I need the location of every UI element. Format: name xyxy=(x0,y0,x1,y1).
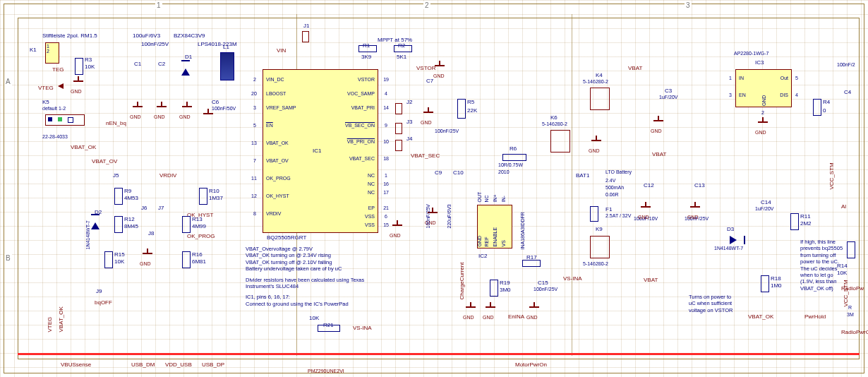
jumper-j1 xyxy=(302,31,309,42)
label-r17: R17 xyxy=(526,254,537,261)
ic1-pin-n14: 14 xyxy=(383,105,389,110)
label-j7: J7 xyxy=(158,205,164,211)
ic1-pin-vbat-pri: VBAT_PRI xyxy=(351,105,375,110)
label-k9p: 5-146280-2 xyxy=(583,261,608,266)
ic1-pin-n1: 1 xyxy=(385,173,387,178)
label-batr: 0.06R xyxy=(605,192,619,197)
label-k5p: 22-28-4033 xyxy=(42,134,68,139)
label-k6: K6 xyxy=(550,114,557,121)
label-c9: C9 xyxy=(435,169,442,176)
ic1-pin-n15: 15 xyxy=(383,222,389,227)
gnd-k4 xyxy=(591,140,601,147)
annot1-l2: VBAT_OK turning on @ 2.34V rising xyxy=(246,252,387,258)
annot1-l6: IC1, pins 6, 16, 17: xyxy=(246,294,387,300)
diode-d1 xyxy=(181,68,190,76)
net-vbat-ok-left: VBAT_OK xyxy=(71,144,96,150)
label-r21v: 10K xyxy=(309,315,319,321)
label-r9v: 4M53 xyxy=(124,195,138,201)
net-vcc-stm: VCC_STM xyxy=(828,162,835,189)
label-c14: C14 xyxy=(761,199,771,205)
conn-k4 xyxy=(590,88,610,110)
label-r2v: 5K1 xyxy=(397,54,406,60)
annot3-l5: The uC decides xyxy=(800,265,843,272)
gnd-ic3 xyxy=(758,121,768,128)
label-r4: R4 xyxy=(823,99,830,105)
ic3-in: IN xyxy=(739,76,744,80)
ic1-body: IC1 VIN_DC 2 LBOOST 20 VREF_SAMP 3 EN 5 … xyxy=(263,69,378,233)
label-batv: 2.4V xyxy=(605,178,615,183)
ic2-ref: REF xyxy=(484,237,489,247)
gndlbl-c15: GND xyxy=(526,315,538,320)
ic1-pin-vbat-sec: VBAT_SEC xyxy=(349,156,375,161)
label-j9: J9 xyxy=(96,288,102,294)
gnd-ic1 xyxy=(392,225,402,232)
gndlbl-c2: GND xyxy=(154,114,165,119)
label-f1v: 2.5AT / 32V xyxy=(605,213,631,218)
label-batc: 500mAh xyxy=(605,185,624,190)
ic1-pin-n13: 13 xyxy=(251,140,257,145)
net-charge: ChargeCurrent xyxy=(459,263,465,300)
label-c13: C13 xyxy=(694,182,705,188)
label-lps: LPS4018-223M xyxy=(198,41,237,47)
label-l1: L1 xyxy=(223,44,229,50)
net-vcc-stm2: VCC_STM xyxy=(843,280,849,306)
annot1-l1: VBAT_Overvoltage @ 2.79V xyxy=(246,246,387,252)
ic1-pin-ep: EP xyxy=(368,205,375,210)
label-r15v: 10K xyxy=(114,258,124,265)
annot-pwrhold: If high, this line prevents bq25505 from… xyxy=(800,239,843,292)
ic3-n5: 5 xyxy=(795,76,798,80)
ic1-pin-n8: 8 xyxy=(253,211,256,216)
gnd-c12 xyxy=(641,206,651,213)
label-r5v: 22K xyxy=(467,107,477,114)
ic1-pin-n9: 9 xyxy=(385,123,387,128)
label-c3: C3 xyxy=(665,88,672,94)
label-al: Al xyxy=(841,203,846,210)
annot3-l6: when to let go xyxy=(800,272,843,278)
conn-k1: 12 xyxy=(45,42,59,64)
label-c1: C1 xyxy=(134,61,141,67)
resistor-r5 xyxy=(457,99,466,119)
port-vteg-left xyxy=(58,83,64,89)
net-usb-dm: USB_DM xyxy=(131,361,155,368)
ic1-part: BQ25505RGRT xyxy=(267,234,306,241)
ic1-pin-n5: 5 xyxy=(253,123,256,128)
jumper-j4 xyxy=(395,140,402,151)
label-j2: J2 xyxy=(406,99,412,105)
label-c6: C6 xyxy=(212,99,219,105)
label-c4v: 100nF/2 xyxy=(837,62,855,67)
net-pwrhold: PwrHold xyxy=(804,313,826,320)
label-batd: LTO Battery xyxy=(605,169,632,174)
label-d3p: 1N4148WT-7 xyxy=(714,246,743,251)
net-vteg-left: VTEG xyxy=(38,85,54,91)
ic1-pin-vrdiv: VRDIV xyxy=(266,211,281,216)
label-mppt: MPPT at 57% xyxy=(378,37,412,43)
ic3-n2: 2 xyxy=(761,110,764,115)
label-r12v: 8M45 xyxy=(124,223,138,229)
annot1-l5: Divider resistors have been calculated u… xyxy=(246,277,387,290)
label-k1: K1 xyxy=(30,47,37,53)
ic1-pin-n17: 17 xyxy=(383,190,389,195)
gnd-c15 xyxy=(529,306,539,313)
resistor-r4 xyxy=(813,99,821,116)
gnd-c1 xyxy=(133,106,143,113)
net-radiopwron: RadioPwrOn xyxy=(841,329,868,335)
gnd-c6 xyxy=(203,113,213,120)
ic1-pin-voc-samp: VOC_SAMP xyxy=(347,91,375,96)
ic1-pin-n6: 6 xyxy=(385,214,387,219)
label-r10v: 1M37 xyxy=(209,195,223,201)
jumper-j3 xyxy=(395,123,402,134)
label-r9: R9 xyxy=(124,188,131,194)
label-k4p: 5-146280-2 xyxy=(583,79,608,84)
ic3-n4: 4 xyxy=(795,92,798,97)
net-vbat-mid: VBAT xyxy=(652,151,666,157)
label-c2val: 100nF/25V xyxy=(141,41,169,47)
label-r1v: 3K9 xyxy=(361,54,371,60)
gnd-c2 xyxy=(157,106,167,113)
gnd-r19 xyxy=(486,306,495,313)
label-r2: R2 xyxy=(398,42,405,49)
label-r16: R16 xyxy=(192,251,203,258)
label-c10v: 220uF/6V3 xyxy=(447,204,452,228)
ic1-pin-vin-dc: VIN_DC xyxy=(266,77,284,82)
label-r15: R15 xyxy=(114,251,125,258)
gndlbl-r2: GND xyxy=(433,73,445,78)
